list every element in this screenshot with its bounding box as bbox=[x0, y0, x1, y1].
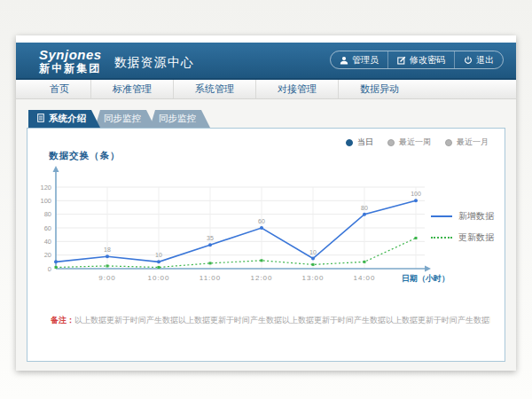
footnote: 备注：以上数据更新于时间产生数据以上数据更新于时间产生数据以上数据更新于时间产生… bbox=[51, 315, 490, 326]
user-label: 管理员 bbox=[352, 54, 379, 66]
change-password-label: 修改密码 bbox=[410, 54, 445, 66]
footnote-label: 备注： bbox=[51, 316, 74, 325]
y-tick-label: 60 bbox=[44, 224, 51, 232]
chart-legend: 新增数据更新数据 bbox=[431, 210, 494, 244]
footnote-text: 以上数据更新于时间产生数据以上数据更新于时间产生数据以上数据更新于时间产生数据以… bbox=[74, 316, 490, 325]
x-tick-label: 13:00 bbox=[301, 274, 324, 282]
user-button[interactable]: 管理员 bbox=[331, 51, 387, 68]
y-axis-arrow bbox=[53, 166, 59, 172]
legend-label: 更新数据 bbox=[458, 231, 494, 244]
tab-label: 同步监控 bbox=[159, 113, 196, 125]
data-point-label: 10 bbox=[155, 252, 162, 258]
x-tick-label: 9:00 bbox=[98, 274, 116, 282]
radio-当日[interactable]: 当日 bbox=[346, 137, 373, 148]
edit-icon bbox=[397, 56, 406, 65]
x-axis-arrow bbox=[425, 266, 431, 272]
logo-text-en: Synjones bbox=[39, 48, 102, 61]
radio-icon bbox=[387, 139, 395, 146]
data-point-label: 10 bbox=[309, 249, 317, 255]
window-top-strip bbox=[16, 35, 516, 43]
y-tick-label: 80 bbox=[44, 210, 51, 218]
data-point bbox=[260, 226, 263, 230]
legend-item-新增数据: 新增数据 bbox=[431, 210, 494, 223]
data-point bbox=[106, 254, 109, 258]
tab-bar: 系统介绍同步监控同步监控 bbox=[27, 110, 505, 128]
tab-同步监控-2[interactable]: 同步监控 bbox=[150, 110, 210, 128]
radio-label: 当日 bbox=[357, 137, 373, 148]
data-point bbox=[311, 257, 315, 261]
data-point bbox=[414, 199, 418, 202]
app-window: Synjones 新中新集团 数据资源中心 管理员 修改密码 退出 bbox=[16, 35, 516, 371]
x-tick-label: 11:00 bbox=[200, 274, 221, 282]
dotted-line-swatch bbox=[431, 237, 452, 239]
data-point bbox=[364, 261, 366, 263]
data-point bbox=[415, 237, 418, 239]
change-password-button[interactable]: 修改密码 bbox=[387, 51, 454, 68]
x-tick-label: 12:00 bbox=[250, 274, 272, 282]
date-range-radios: 当日最近一周最近一月 bbox=[346, 137, 489, 148]
legend-label: 新增数据 bbox=[458, 210, 494, 223]
nav-item-首页[interactable]: 首页 bbox=[28, 80, 90, 98]
data-point-label: 18 bbox=[104, 246, 111, 253]
tab-同步监控-1[interactable]: 同步监控 bbox=[95, 110, 155, 128]
user-menu: 管理员 修改密码 退出 bbox=[330, 51, 504, 69]
logout-label: 退出 bbox=[476, 54, 494, 66]
x-axis-title: 日期（小时） bbox=[402, 274, 450, 283]
data-point bbox=[261, 259, 263, 262]
nav-item-标准管理[interactable]: 标准管理 bbox=[90, 80, 173, 98]
y-tick-label: 20 bbox=[44, 251, 51, 259]
radio-label: 最近一周 bbox=[399, 137, 431, 148]
radio-label: 最近一月 bbox=[457, 137, 489, 148]
x-tick-label: 14:00 bbox=[353, 274, 375, 282]
data-point-label: 100 bbox=[411, 191, 421, 197]
data-point bbox=[157, 260, 160, 263]
y-tick-label: 120 bbox=[40, 184, 51, 192]
system-intro-panel: 当日最近一周最近一月 数据交换（条） 0204060801001209:0010… bbox=[27, 128, 505, 362]
app-header: Synjones 新中新集团 数据资源中心 管理员 修改密码 退出 bbox=[16, 43, 516, 78]
document-icon bbox=[37, 113, 44, 124]
data-point bbox=[158, 266, 160, 269]
legend-item-更新数据: 更新数据 bbox=[431, 231, 494, 244]
data-point-label: 60 bbox=[258, 218, 265, 224]
data-point bbox=[54, 260, 58, 263]
chart-y-axis-title: 数据交换（条） bbox=[49, 150, 121, 162]
data-point bbox=[55, 266, 58, 269]
radio-最近一月[interactable]: 最近一月 bbox=[445, 137, 489, 148]
company-logo: Synjones 新中新集团 bbox=[39, 48, 102, 74]
tab-系统介绍-0[interactable]: 系统介绍 bbox=[28, 110, 100, 128]
page-title: 数据资源中心 bbox=[114, 55, 194, 71]
solid-line-swatch bbox=[431, 215, 452, 217]
data-exchange-line-chart: 0204060801001209:0010:0011:0012:0013:001… bbox=[35, 166, 451, 290]
logout-button[interactable]: 退出 bbox=[454, 51, 503, 68]
y-tick-label: 40 bbox=[44, 238, 51, 246]
data-point bbox=[363, 213, 366, 216]
nav-item-对接管理[interactable]: 对接管理 bbox=[255, 80, 338, 98]
tab-label: 同步监控 bbox=[104, 113, 141, 125]
x-tick-label: 10:00 bbox=[147, 274, 169, 282]
nav-item-数据异动[interactable]: 数据异动 bbox=[338, 80, 420, 98]
data-point bbox=[209, 262, 212, 264]
radio-selected-icon bbox=[346, 139, 353, 146]
nav-item-系统管理[interactable]: 系统管理 bbox=[173, 80, 255, 98]
power-icon bbox=[464, 56, 473, 65]
data-point bbox=[312, 263, 315, 266]
content-area: 系统介绍同步监控同步监控 当日最近一周最近一月 数据交换（条） 02040608… bbox=[16, 99, 516, 371]
data-point bbox=[106, 264, 109, 267]
data-point-label: 80 bbox=[361, 205, 368, 211]
data-point bbox=[208, 243, 212, 246]
user-icon bbox=[340, 56, 348, 65]
main-nav: 首页标准管理系统管理对接管理数据异动 bbox=[16, 78, 516, 99]
y-tick-label: 0 bbox=[48, 265, 51, 273]
radio-icon bbox=[445, 139, 452, 146]
y-tick-label: 100 bbox=[40, 197, 51, 205]
tab-label: 系统介绍 bbox=[49, 113, 86, 125]
radio-最近一周[interactable]: 最近一周 bbox=[387, 137, 431, 148]
logo-text-cn: 新中新集团 bbox=[39, 63, 102, 74]
data-point-label: 35 bbox=[207, 235, 214, 241]
